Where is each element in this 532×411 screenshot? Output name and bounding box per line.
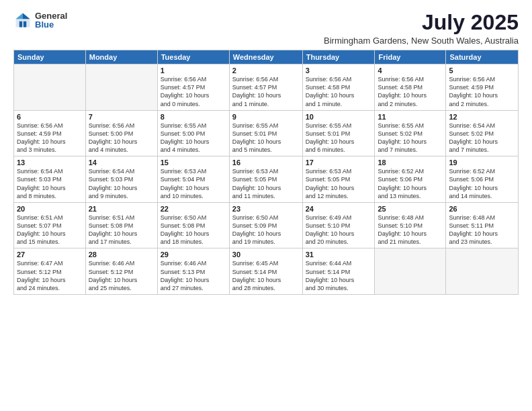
logo-text: General Blue [35,11,67,29]
svg-rect-4 [19,21,22,28]
title-section: July 2025 Birmingham Gardens, New South … [324,11,519,46]
calendar-cell: 3Sunrise: 6:56 AMSunset: 4:58 PMDaylight… [302,64,375,111]
month-year-title: July 2025 [324,11,519,34]
day-info: Sunrise: 6:54 AMSunset: 5:02 PMDaylight:… [449,122,515,154]
calendar-page: General Blue July 2025 Birmingham Garden… [0,0,532,411]
day-info: Sunrise: 6:53 AMSunset: 5:05 PMDaylight:… [232,167,300,200]
calendar-cell: 19Sunrise: 6:52 AMSunset: 5:06 PMDayligh… [446,156,519,203]
day-info: Sunrise: 6:50 AMSunset: 5:08 PMDaylight:… [161,214,226,246]
day-number: 2 [232,66,300,75]
col-monday: Monday [85,50,157,64]
day-info: Sunrise: 6:45 AMSunset: 5:14 PMDaylight:… [232,259,300,292]
calendar-cell: 2Sunrise: 6:56 AMSunset: 4:57 PMDaylight… [229,64,302,111]
day-number: 12 [449,113,515,121]
day-number: 22 [161,205,226,213]
day-number: 16 [232,158,300,167]
day-number: 18 [378,158,443,167]
calendar-week-row: 6Sunrise: 6:56 AMSunset: 4:59 PMDaylight… [14,110,519,156]
calendar-cell: 10Sunrise: 6:55 AMSunset: 5:01 PMDayligh… [302,110,375,156]
day-info: Sunrise: 6:52 AMSunset: 5:06 PMDaylight:… [378,167,443,200]
day-number: 25 [378,205,443,213]
day-info: Sunrise: 6:56 AMSunset: 4:59 PMDaylight:… [449,75,515,108]
calendar-cell: 9Sunrise: 6:55 AMSunset: 5:01 PMDaylight… [229,110,302,156]
day-info: Sunrise: 6:56 AMSunset: 4:58 PMDaylight:… [378,75,443,108]
day-number: 1 [161,66,226,75]
day-info: Sunrise: 6:56 AMSunset: 4:58 PMDaylight:… [306,75,372,108]
calendar-week-row: 1Sunrise: 6:56 AMSunset: 4:57 PMDaylight… [14,64,519,111]
col-friday: Friday [375,50,446,64]
calendar-cell: 16Sunrise: 6:53 AMSunset: 5:05 PMDayligh… [229,156,302,203]
calendar-cell [375,248,446,295]
day-info: Sunrise: 6:44 AMSunset: 5:14 PMDaylight:… [306,259,372,292]
calendar-cell [14,64,86,111]
calendar-cell: 7Sunrise: 6:56 AMSunset: 5:00 PMDaylight… [85,110,157,156]
day-number: 4 [378,66,443,75]
calendar-cell: 17Sunrise: 6:53 AMSunset: 5:05 PMDayligh… [302,156,375,203]
calendar-week-row: 20Sunrise: 6:51 AMSunset: 5:07 PMDayligh… [14,202,519,248]
day-number: 10 [306,113,372,121]
col-sunday: Sunday [14,50,86,64]
day-number: 8 [161,113,226,121]
day-number: 9 [232,113,300,121]
day-info: Sunrise: 6:54 AMSunset: 5:03 PMDaylight:… [17,167,83,200]
day-info: Sunrise: 6:52 AMSunset: 5:06 PMDaylight:… [449,167,515,200]
day-info: Sunrise: 6:56 AMSunset: 5:00 PMDaylight:… [89,122,154,154]
calendar-cell: 24Sunrise: 6:49 AMSunset: 5:10 PMDayligh… [302,202,375,248]
day-info: Sunrise: 6:49 AMSunset: 5:10 PMDaylight:… [306,214,372,246]
day-info: Sunrise: 6:55 AMSunset: 5:01 PMDaylight:… [232,122,300,154]
day-number: 31 [306,250,372,259]
day-number: 21 [89,205,154,213]
logo: General Blue [13,11,67,30]
day-number: 29 [161,250,226,259]
day-number: 23 [232,205,300,213]
calendar-cell: 15Sunrise: 6:53 AMSunset: 5:04 PMDayligh… [157,156,229,203]
day-info: Sunrise: 6:53 AMSunset: 5:04 PMDaylight:… [161,167,226,200]
day-info: Sunrise: 6:50 AMSunset: 5:09 PMDaylight:… [232,214,300,246]
day-number: 19 [449,158,515,167]
day-info: Sunrise: 6:48 AMSunset: 5:11 PMDaylight:… [449,214,515,246]
calendar-cell: 12Sunrise: 6:54 AMSunset: 5:02 PMDayligh… [446,110,519,156]
calendar-cell: 23Sunrise: 6:50 AMSunset: 5:09 PMDayligh… [229,202,302,248]
day-info: Sunrise: 6:55 AMSunset: 5:01 PMDaylight:… [306,122,372,154]
day-number: 17 [306,158,372,167]
day-info: Sunrise: 6:54 AMSunset: 5:03 PMDaylight:… [89,167,154,200]
day-info: Sunrise: 6:48 AMSunset: 5:10 PMDaylight:… [378,214,443,246]
calendar-cell: 27Sunrise: 6:47 AMSunset: 5:12 PMDayligh… [14,248,86,295]
col-wednesday: Wednesday [229,50,302,64]
svg-marker-2 [23,13,30,19]
calendar-cell: 5Sunrise: 6:56 AMSunset: 4:59 PMDaylight… [446,64,519,111]
calendar-cell: 28Sunrise: 6:46 AMSunset: 5:12 PMDayligh… [85,248,157,295]
day-number: 26 [449,205,515,213]
calendar-cell: 30Sunrise: 6:45 AMSunset: 5:14 PMDayligh… [229,248,302,295]
day-number: 20 [17,205,83,213]
day-info: Sunrise: 6:46 AMSunset: 5:13 PMDaylight:… [161,259,226,292]
day-info: Sunrise: 6:46 AMSunset: 5:12 PMDaylight:… [89,259,154,292]
page-header: General Blue July 2025 Birmingham Garden… [13,11,519,46]
day-info: Sunrise: 6:55 AMSunset: 5:00 PMDaylight:… [161,122,226,154]
calendar-cell: 22Sunrise: 6:50 AMSunset: 5:08 PMDayligh… [157,202,229,248]
calendar-cell: 6Sunrise: 6:56 AMSunset: 4:59 PMDaylight… [14,110,86,156]
calendar-cell [446,248,519,295]
calendar-cell: 4Sunrise: 6:56 AMSunset: 4:58 PMDaylight… [375,64,446,111]
calendar-cell: 18Sunrise: 6:52 AMSunset: 5:06 PMDayligh… [375,156,446,203]
calendar-table: Sunday Monday Tuesday Wednesday Thursday… [13,50,519,295]
day-info: Sunrise: 6:47 AMSunset: 5:12 PMDaylight:… [17,259,83,292]
day-number: 15 [161,158,226,167]
day-number: 13 [17,158,83,167]
day-number: 28 [89,250,154,259]
day-number: 3 [306,66,372,75]
calendar-cell: 8Sunrise: 6:55 AMSunset: 5:00 PMDaylight… [157,110,229,156]
day-info: Sunrise: 6:56 AMSunset: 4:57 PMDaylight:… [161,75,226,108]
calendar-cell: 21Sunrise: 6:51 AMSunset: 5:08 PMDayligh… [85,202,157,248]
svg-rect-5 [24,21,26,28]
day-number: 6 [17,113,83,121]
day-number: 11 [378,113,443,121]
calendar-cell: 25Sunrise: 6:48 AMSunset: 5:10 PMDayligh… [375,202,446,248]
day-number: 24 [306,205,372,213]
calendar-cell: 13Sunrise: 6:54 AMSunset: 5:03 PMDayligh… [14,156,86,203]
location-subtitle: Birmingham Gardens, New South Wales, Aus… [324,36,519,46]
calendar-cell: 31Sunrise: 6:44 AMSunset: 5:14 PMDayligh… [302,248,375,295]
calendar-header-row: Sunday Monday Tuesday Wednesday Thursday… [14,50,519,64]
day-info: Sunrise: 6:56 AMSunset: 4:59 PMDaylight:… [17,122,83,154]
calendar-cell: 14Sunrise: 6:54 AMSunset: 5:03 PMDayligh… [85,156,157,203]
